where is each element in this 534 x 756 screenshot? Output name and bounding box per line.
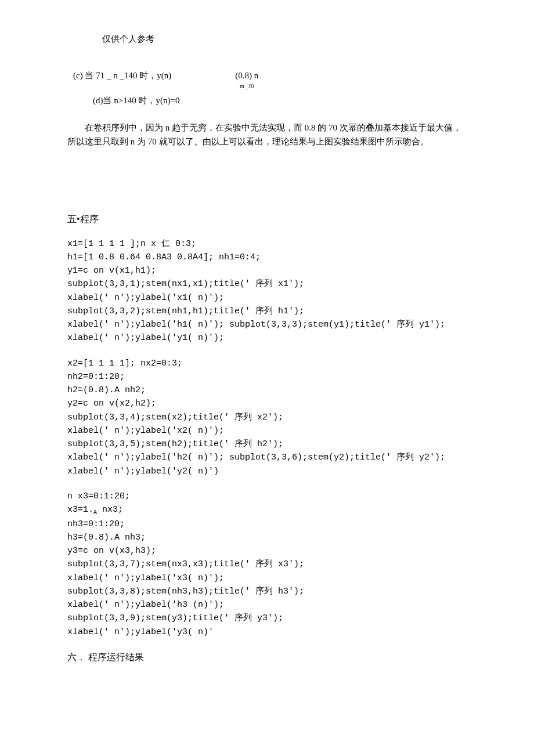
code-line: xlabel(' n');ylabel('y2( n)') (67, 465, 467, 478)
code-line: x2=[1 1 1 1]; nx2=0:3; (67, 357, 467, 370)
code-line: h1=[1 0.8 0.64 0.8A3 0.8A4]; nh1=0:4; (67, 251, 467, 264)
page-header: 仅供个人参考 (102, 32, 467, 46)
code-line: subplot(3,3,2);stem(nh1,h1);title(' 序列 h… (67, 305, 467, 318)
code-text: nx3; (97, 505, 123, 515)
code-line: xlabel(' n');ylabel('x2( n)'); (67, 424, 467, 437)
code-line: xlabel(' n');ylabel('y3( n)' (67, 625, 467, 639)
equation-c-right-sub: m _J0 (235, 82, 258, 91)
code-block-3: n x3=0:1:20; x3=1.A nx3; nh3=0:1:20; h3=… (67, 490, 467, 639)
code-line: x3=1.A nx3; (67, 503, 467, 518)
code-line: subplot(3,3,1);stem(nx1,x1);title(' 序列 x… (67, 277, 467, 291)
code-line: y1=c on v(x1,h1); (67, 264, 467, 277)
equation-c: (c) 当 71 _ n _140 时，y(n) (0.8) n m _J0 (73, 69, 467, 91)
code-line: subplot(3,3,7);stem(nx3,x3);title(' 序列 x… (67, 558, 467, 571)
code-line: x1=[1 1 1 1 ];n x 仁 0:3; (67, 237, 467, 251)
equation-c-right-top: (0.8) n (235, 71, 258, 80)
code-block-2: x2=[1 1 1 1]; nx2=0:3; nh2=0:1:20; h2=(0… (67, 357, 467, 478)
code-line: xlabel(' n');ylabel('h3 (n)'); (67, 598, 467, 612)
section-6-title: 六． 程序运行结果 (67, 650, 467, 665)
code-line: subplot(3,3,8);stem(nh3,h3);title(' 序列 h… (67, 585, 467, 598)
code-line: subplot(3,3,9);stem(y3);title(' 序列 y3'); (67, 612, 467, 625)
page-container: 仅供个人参考 (c) 当 71 _ n _140 时，y(n) (0.8) n … (0, 0, 534, 756)
code-line: subplot(3,3,5);stem(h2);title(' 序列 h2'); (67, 437, 467, 451)
code-line: xlabel(' n');ylabel('h1( n)'); subplot(3… (67, 318, 467, 331)
section-5-title: 五•程序 (67, 212, 467, 227)
code-line: y2=c on v(x2,h2); (67, 397, 467, 410)
code-block-1: x1=[1 1 1 1 ];n x 仁 0:3; h1=[1 0.8 0.64 … (67, 237, 467, 345)
code-line: xlabel(' n');ylabel('y1( n)'); (67, 331, 467, 345)
equation-c-left: (c) 当 71 _ n _140 时，y(n) (73, 69, 171, 82)
code-line: nh2=0:1:20; (67, 370, 467, 384)
explanation-paragraph: 在卷积序列中，因为 n 趋于无穷，在实验中无法实现，而 0.8 的 70 次幂的… (67, 121, 467, 149)
code-line: y3=c on v(x3,h3); (67, 544, 467, 558)
code-line: h2=(0.8).A nh2; (67, 384, 467, 397)
code-line: xlabel(' n');ylabel('h2( n)'); subplot(3… (67, 451, 467, 464)
code-text: x3=1. (67, 505, 93, 515)
equation-d: (d)当 n>140 时，y(n)=0 (93, 94, 467, 107)
code-line: xlabel(' n');ylabel('x3( n)'); (67, 571, 467, 585)
equation-c-right: (0.8) n m _J0 (235, 69, 258, 91)
code-line: subplot(3,3,4);stem(x2);title(' 序列 x2'); (67, 411, 467, 424)
code-line: n x3=0:1:20; (67, 490, 467, 503)
code-line: nh3=0:1:20; (67, 518, 467, 531)
code-line: h3=(0.8).A nh3; (67, 531, 467, 544)
code-line: xlabel(' n');ylabel('x1( n)'); (67, 291, 467, 305)
